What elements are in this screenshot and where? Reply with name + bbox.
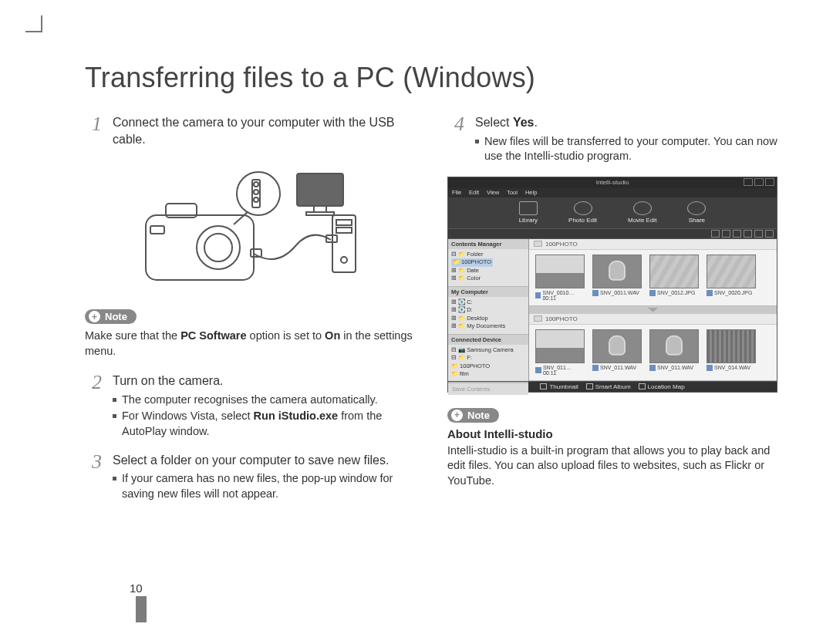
plus-icon: + (451, 410, 463, 421)
app-body: Contents Manager ⊟ 📁 Folder 📁 100PHOTO ⊞… (448, 239, 777, 381)
library-icon (519, 201, 538, 215)
step-4: 4 Select Yes. New files will be transfer… (447, 114, 779, 166)
crop-mark-vertical (41, 15, 42, 32)
menu-edit: Edit (469, 189, 479, 196)
movie-edit-icon (633, 201, 652, 215)
thumb: SNV_011…00:11 (535, 329, 585, 376)
nav-share: Share (687, 201, 706, 224)
manual-page: Transferring files to a PC (Windows) 1 C… (0, 0, 833, 644)
pane-folder: 100PHOTO (545, 241, 578, 248)
app-menubar: File Edit View Tool Help (448, 188, 777, 197)
step-1-text: Connect the camera to your computer with… (113, 114, 416, 147)
step-2-text: Turn on the camera. (113, 373, 416, 389)
pane-folder: 100PHOTO (545, 315, 578, 322)
step-number: 2 (85, 373, 102, 440)
menu-file: File (452, 189, 461, 196)
left-column: 1 Connect the camera to your computer wi… (85, 114, 416, 514)
svg-rect-19 (306, 212, 334, 215)
page-number-bar (136, 596, 147, 622)
step-2-bullet-1: The computer recognises the camera autom… (113, 393, 416, 408)
svg-point-2 (197, 226, 240, 269)
thumb: SNV_011.WAV (649, 329, 699, 376)
app-toolbar (448, 228, 777, 239)
pane-divider-icon (529, 306, 777, 314)
svg-rect-18 (314, 206, 326, 212)
page-number: 10 (130, 582, 143, 595)
content-columns: 1 Connect the camera to your computer wi… (85, 114, 787, 514)
thumb: SNV_0011.WAV (592, 255, 642, 301)
note-1: + Note Make sure that the PC Software op… (85, 303, 416, 359)
page-title: Transferring files to a PC (Windows) (85, 62, 787, 94)
thumb: SNV_0010…00:11 (535, 255, 585, 301)
side-connected-device: Connected Device (448, 335, 528, 345)
nav-library: Library (519, 201, 538, 224)
share-icon (687, 201, 706, 215)
step-4-text: Select Yes. (475, 114, 779, 131)
note-2: + Note About Intelli-studio Intelli-stud… (447, 402, 779, 489)
app-main: 100PHOTO SNV_0010…00:11 SNV_0011.WAV SNV… (529, 239, 777, 381)
side-tree-computer: ⊞ 💽 C: ⊞ 💽 D: ⊞ 📁 Desktop ⊞ 📁 My Documen… (448, 297, 528, 334)
note-pill: + Note (447, 408, 499, 423)
step-2-bullet-2: For Windows Vista, select Run iStudio.ex… (113, 409, 416, 439)
thumb: SNV_011.WAV (592, 329, 642, 376)
folder-icon (534, 241, 542, 247)
app-title: Intelli-studio (596, 179, 629, 186)
plus-icon: + (89, 311, 100, 322)
menu-view: View (487, 189, 499, 196)
step-4-bullet-1: New files will be transferred to your co… (475, 134, 779, 164)
svg-point-16 (341, 257, 347, 263)
folder-icon (534, 315, 542, 322)
thumb: SNV_014.WAV (707, 329, 756, 376)
step-1: 1 Connect the camera to your computer wi… (85, 114, 416, 150)
side-tree-device: ⊟ 📷 Samsung Camera ⊟ 📁 F: 📁 100PHOTO 📁 f… (448, 345, 528, 382)
step-3-bullet-1: If your camera has no new files, the pop… (113, 471, 416, 501)
step-3-text: Select a folder on your computer to save… (113, 452, 416, 469)
menu-tool: Tool (507, 189, 518, 196)
app-sidebar: Contents Manager ⊟ 📁 Folder 📁 100PHOTO ⊞… (448, 239, 529, 381)
app-nav: Library Photo Edit Movie Edit Share (448, 197, 777, 228)
svg-rect-14 (336, 220, 352, 225)
step-2: 2 Turn on the camera. The computer recog… (85, 373, 416, 440)
note-2-text: Intelli-studio is a built-in program tha… (447, 443, 779, 489)
nav-photo-edit: Photo Edit (568, 201, 597, 224)
thumb: SNV_0020.JPG (707, 255, 756, 301)
step-number: 4 (447, 114, 464, 166)
intelli-studio-screenshot: Intelli-studio File Edit View Tool Help … (447, 177, 777, 393)
note-label: Note (105, 311, 127, 322)
note-label: Note (467, 410, 490, 421)
toolbar-icons (711, 230, 774, 238)
svg-rect-17 (297, 174, 343, 206)
svg-line-6 (234, 212, 248, 224)
svg-rect-15 (336, 228, 352, 233)
pane-bottom: 100PHOTO SNV_011…00:11 SNV_011.WAV SNV_0… (529, 314, 777, 381)
app-titlebar: Intelli-studio (448, 177, 777, 188)
side-tree-folder: ⊟ 📁 Folder 📁 100PHOTO ⊞ 📁 Date ⊞ 📁 Color (448, 249, 528, 286)
menu-help: Help (525, 189, 537, 196)
step-number: 3 (85, 452, 102, 504)
step-number: 1 (85, 114, 102, 150)
thumb: SNV_0012.JPG (649, 255, 699, 301)
camera-usb-diagram (135, 161, 366, 292)
note-1-text: Make sure that the PC Software option is… (85, 329, 416, 359)
svg-rect-0 (146, 215, 254, 280)
nav-movie-edit: Movie Edit (628, 201, 656, 224)
crop-mark-horizontal (25, 31, 42, 32)
svg-point-3 (204, 234, 232, 261)
note-2-heading: About Intelli-studio (447, 427, 779, 440)
step-3: 3 Select a folder on your computer to sa… (85, 452, 416, 504)
svg-point-9 (254, 190, 258, 194)
side-contents-manager: Contents Manager (448, 239, 528, 249)
note-pill: + Note (85, 309, 137, 324)
side-save-contents: Save Contents (448, 383, 528, 395)
side-my-computer: My Computer (448, 287, 528, 297)
photo-edit-icon (574, 201, 592, 215)
svg-point-8 (254, 182, 258, 187)
right-column: 4 Select Yes. New files will be transfer… (447, 114, 779, 514)
svg-point-10 (254, 197, 258, 202)
pane-top: 100PHOTO SNV_0010…00:11 SNV_0011.WAV SNV… (529, 239, 777, 306)
window-buttons (744, 178, 774, 186)
svg-rect-4 (150, 226, 164, 234)
